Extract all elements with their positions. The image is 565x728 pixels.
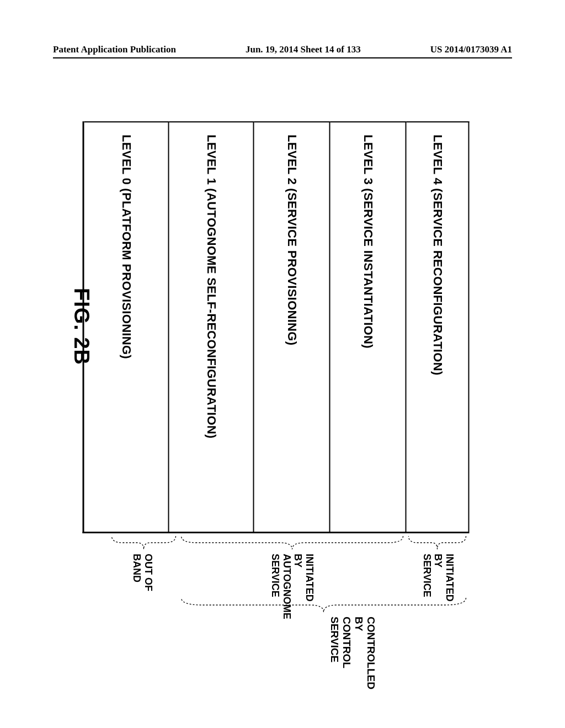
- level-3-label: LEVEL 3 (SERVICE INSTANTIATION): [361, 135, 375, 349]
- figure-caption: FIG. 2B: [70, 121, 93, 532]
- patent-page: Patent Application Publication Jun. 19, …: [0, 0, 565, 728]
- level-3-box: LEVEL 3 (SERVICE INSTANTIATION): [331, 121, 407, 532]
- header-left: Patent Application Publication: [53, 44, 176, 55]
- level-0-label: LEVEL 0 (PLATFORM PROVISIONING): [119, 135, 134, 359]
- level-1-box: LEVEL 1 (AUTOGNOME SELF-RECONFIGURATION): [169, 121, 254, 532]
- label-controlled-by-control-service: CONTROLLED BYCONTROL SERVICE: [328, 617, 376, 689]
- level-1-label: LEVEL 1 (AUTOGNOME SELF-RECONFIGURATION): [204, 135, 218, 438]
- level-4-box: LEVEL 4 (SERVICE RECONFIGURATION): [407, 121, 470, 532]
- brace-out-of-band: [111, 535, 177, 552]
- label-initiated-by-service: INITIATEDBYSERVICE: [420, 554, 455, 602]
- brace-initiated-by-service: [408, 535, 467, 552]
- level-2-label: LEVEL 2 (SERVICE PROVISIONING): [285, 135, 299, 345]
- level-stack: LEVEL 4 (SERVICE RECONFIGURATION) LEVEL …: [83, 121, 470, 533]
- brace-initiated-by-autognome: [180, 535, 404, 552]
- level-4-label: LEVEL 4 (SERVICE RECONFIGURATION): [430, 135, 445, 376]
- figure-rotated-wrap: LEVEL 4 (SERVICE RECONFIGURATION) LEVEL …: [83, 121, 470, 651]
- inner-brackets-column: INITIATEDBYSERVICE INITIATEDBYAUTOGNOMES…: [83, 535, 470, 592]
- label-out-of-band: OUT OFBAND: [131, 554, 153, 591]
- brace-controlled-by-control-service: [180, 597, 467, 614]
- level-0-box: LEVEL 0 (PLATFORM PROVISIONING): [84, 121, 169, 532]
- header-right: US 2014/0173039 A1: [430, 44, 512, 55]
- level-2-box: LEVEL 2 (SERVICE PROVISIONING): [254, 121, 331, 532]
- header-center: Jun. 19, 2014 Sheet 14 of 133: [246, 44, 361, 55]
- page-header: Patent Application Publication Jun. 19, …: [53, 40, 512, 58]
- figure-2b: LEVEL 4 (SERVICE RECONFIGURATION) LEVEL …: [83, 121, 470, 651]
